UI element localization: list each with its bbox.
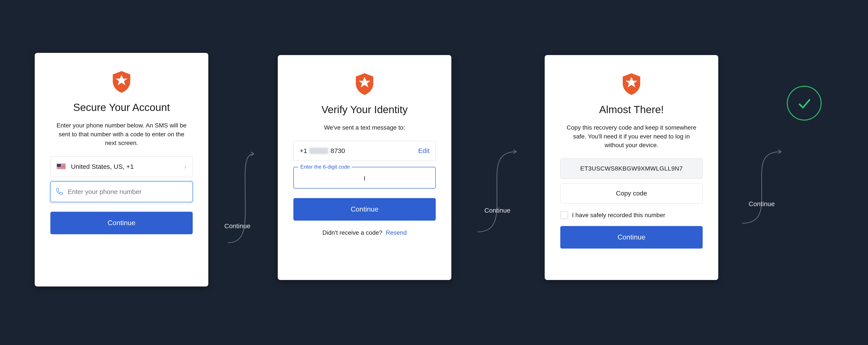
shield-logo-icon (354, 72, 375, 96)
us-flag-icon (57, 164, 66, 170)
phone-suffix: 8730 (331, 147, 345, 154)
secure-account-card: Secure Your Account Enter your phone num… (35, 53, 208, 286)
flow-arrow-label: Continue (749, 200, 775, 208)
continue-button[interactable]: Continue (50, 212, 193, 234)
phone-display-row: +1 8730 Edit (293, 141, 436, 161)
recorded-checkbox[interactable] (560, 211, 568, 219)
resend-prompt: Didn't receive a code? (322, 229, 382, 236)
flow-arrow-icon (215, 149, 262, 245)
phone-input[interactable] (68, 188, 187, 196)
phone-icon (56, 188, 63, 196)
continue-button[interactable]: Continue (293, 198, 436, 220)
country-label: United States, US, +1 (71, 163, 184, 170)
recorded-checkbox-label: I have safely recorded this number (572, 212, 665, 219)
phone-masked-segment (309, 147, 328, 154)
card-title: Almost There! (599, 104, 664, 115)
code-input-label: Enter the 6-digit code (298, 164, 352, 170)
resend-row: Didn't receive a code? Resend (322, 229, 407, 236)
card-subtitle: We've sent a text message to: (324, 123, 405, 132)
chevron-right-icon: › (184, 163, 186, 170)
flow-arrow-label: Continue (484, 207, 510, 214)
card-subtitle: Copy this recovery code and keep it some… (564, 123, 699, 150)
flow-arrow-icon (734, 147, 790, 226)
card-title: Secure Your Account (73, 101, 170, 113)
flow-arrow-icon (469, 147, 525, 234)
verification-code-input[interactable] (293, 167, 436, 188)
card-subtitle: Enter your phone number below. An SMS wi… (54, 121, 189, 147)
card-title: Verify Your Identity (321, 104, 408, 115)
edit-phone-link[interactable]: Edit (418, 147, 429, 154)
recovery-code-display: ET3USCWS8KBGW9XMWLGLL9N7 (560, 159, 703, 179)
continue-button[interactable]: Continue (560, 226, 703, 248)
verify-identity-card: Verify Your Identity We've sent a text m… (278, 55, 452, 280)
masked-phone: +1 8730 (300, 147, 418, 154)
recovery-code-card: Almost There! Copy this recovery code an… (545, 55, 718, 280)
shield-logo-icon (621, 72, 642, 96)
resend-link[interactable]: Resend (386, 229, 407, 236)
phone-input-wrapper (50, 181, 193, 202)
shield-logo-icon (111, 70, 132, 94)
success-indicator (787, 86, 822, 120)
check-icon (797, 96, 812, 111)
country-selector[interactable]: United States, US, +1 › (50, 156, 193, 177)
phone-prefix: +1 (300, 147, 307, 154)
flow-arrow-label: Continue (224, 222, 250, 230)
copy-code-button[interactable]: Copy code (560, 183, 703, 204)
recorded-checkbox-row: I have safely recorded this number (560, 211, 703, 219)
code-input-wrapper: Enter the 6-digit code I (293, 167, 436, 188)
